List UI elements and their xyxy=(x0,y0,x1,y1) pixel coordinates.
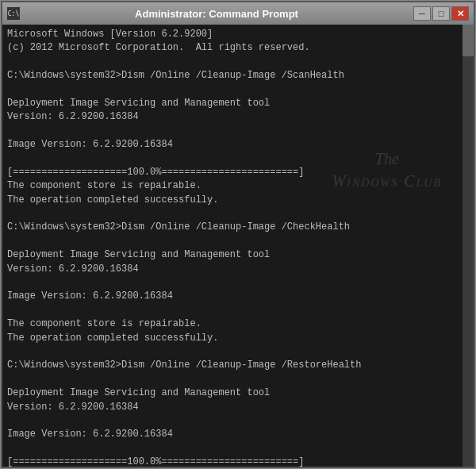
window-icon: C:\ xyxy=(7,7,20,20)
minimize-button[interactable]: ─ xyxy=(413,6,431,21)
console-area[interactable]: Microsoft Windows [Version 6.2.9200] (c)… xyxy=(2,25,474,467)
scrollbar[interactable] xyxy=(463,25,474,467)
title-bar-text: Administrator: Command Prompt xyxy=(20,8,413,20)
close-button[interactable]: ✕ xyxy=(451,6,469,21)
maximize-button[interactable]: □ xyxy=(432,6,450,21)
console-output: Microsoft Windows [Version 6.2.9200] (c)… xyxy=(7,28,469,467)
scrollbar-thumb[interactable] xyxy=(463,25,474,56)
title-bar: C:\ Administrator: Command Prompt ─ □ ✕ xyxy=(2,2,474,25)
title-bar-buttons: ─ □ ✕ xyxy=(413,6,469,21)
command-prompt-window: C:\ Administrator: Command Prompt ─ □ ✕ … xyxy=(1,1,475,468)
